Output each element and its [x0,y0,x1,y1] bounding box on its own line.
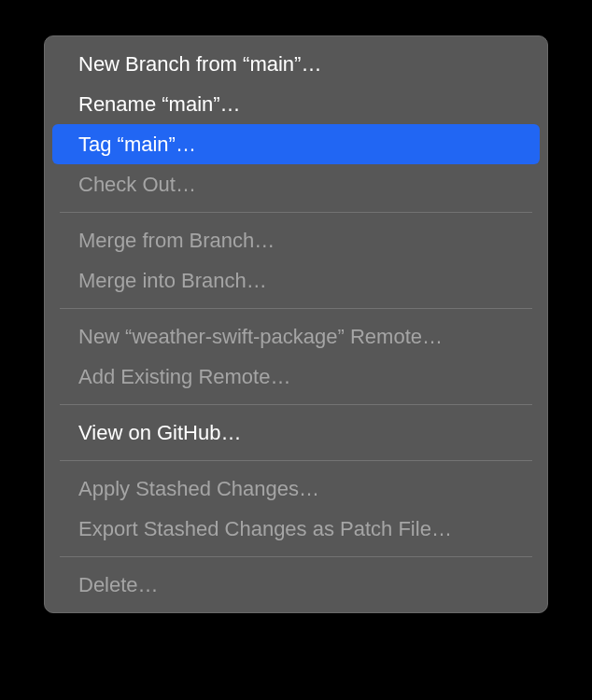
context-menu: New Branch from “main”… Rename “main”… T… [44,35,548,613]
menu-item-export-stash[interactable]: Export Stashed Changes as Patch File… [52,509,540,549]
menu-item-delete[interactable]: Delete… [52,565,540,605]
menu-item-new-branch[interactable]: New Branch from “main”… [52,44,540,84]
menu-item-add-remote[interactable]: Add Existing Remote… [52,357,540,397]
menu-separator [60,308,532,309]
menu-item-merge-from[interactable]: Merge from Branch… [52,220,540,260]
menu-item-rename[interactable]: Rename “main”… [52,84,540,124]
menu-separator [60,212,532,213]
menu-item-merge-into[interactable]: Merge into Branch… [52,260,540,301]
menu-item-tag[interactable]: Tag “main”… [52,124,540,164]
menu-item-new-remote[interactable]: New “weather-swift-package” Remote… [52,316,540,357]
menu-item-apply-stash[interactable]: Apply Stashed Changes… [52,469,540,509]
menu-separator [60,556,532,557]
menu-item-checkout[interactable]: Check Out… [52,164,540,204]
menu-separator [60,460,532,461]
menu-item-view-github[interactable]: View on GitHub… [52,413,540,453]
menu-separator [60,404,532,405]
